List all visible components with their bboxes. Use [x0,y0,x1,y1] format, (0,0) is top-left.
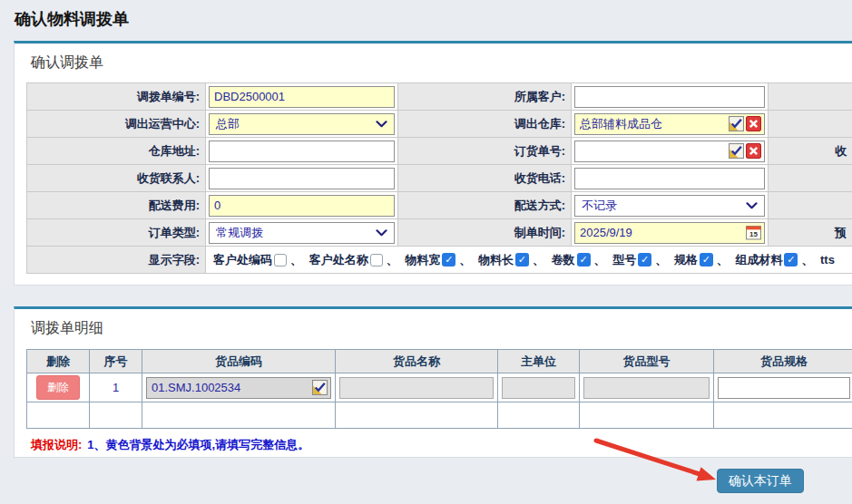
checkbox-composition[interactable] [784,253,798,267]
form-row: 订单类型: 常规调拨 制单时间: 15 [27,219,852,247]
detail-header-row: 删除 序号 货品编码 货品名称 主单位 货品型号 货品规格 [27,350,852,373]
order-detail-panel: 调拨单明细 删除 序号 货品编码 货品名称 主单位 货品型号 货品规格 删除 1 [14,306,852,458]
order-no-input-box [574,141,765,162]
receiver-contact-label: 收货联系人: [27,165,206,192]
display-fields-row: 显示字段: 客户处编码、 客户处名称、 物料宽、 物料长、 卷数、 型号、 规格… [27,247,852,274]
out-center-value: 总部 [212,116,240,132]
fill-note: 填报说明:1、黄色背景处为必填项,请填写完整信息。 [31,437,852,453]
doc-date-input[interactable] [578,224,744,242]
delivery-fee-label: 配送费用: [27,192,206,219]
checkbox-item: 型号、 [612,253,671,267]
order-type-value: 常规调拨 [212,225,263,241]
chevron-down-icon [746,202,758,209]
main-unit-disabled-input [502,377,575,399]
detail-table: 删除 序号 货品编码 货品名称 主单位 货品型号 货品规格 删除 1 [26,349,852,429]
chevron-down-icon [376,229,387,237]
item-spec-box [718,377,850,399]
confirm-order-button[interactable]: 确认本订单 [717,469,804,493]
detail-row: 删除 1 [27,373,852,402]
checkbox-item: 物料宽、 [405,253,475,267]
warehouse-address-input[interactable] [212,142,391,160]
note-text: 1、黄色背景处为必填项,请填写完整信息。 [87,438,309,451]
delivery-method-select[interactable]: 不记录 [574,195,765,217]
col-item-code: 货品编码 [142,350,336,373]
item-name-disabled-input [339,377,494,399]
clear-icon[interactable] [746,116,761,131]
form-row: 配送费用: 配送方式: 不记录 [27,192,852,219]
delivery-method-value: 不记录 [578,198,617,214]
transfer-no-label: 调拨单编号: [27,83,206,111]
section-title-detail: 调拨单明细 [31,318,852,338]
lookup-icon[interactable] [312,380,328,395]
delivery-fee-input-box [209,195,395,217]
order-no-input[interactable] [578,142,727,160]
confirm-order-panel: 确认调拨单 调拨单编号: 所属客户: [14,41,852,286]
out-center-label: 调出运营中心: [27,111,206,138]
col-item-model: 货品型号 [580,350,714,373]
out-warehouse-input-box [574,113,765,135]
col-main-unit: 主单位 [498,350,580,373]
form-row: 收货联系人: 收货电话: [27,165,852,192]
col-seq: 序号 [90,350,142,373]
warehouse-address-input-box [209,141,395,162]
edge-label-partial: 预 [769,219,852,247]
checkbox-customer-code[interactable] [274,254,287,267]
out-warehouse-input[interactable] [578,115,727,133]
checkbox-material-width[interactable] [442,253,455,267]
delete-row-button[interactable]: 删除 [36,375,80,400]
row-seq: 1 [90,373,142,402]
col-item-name: 货品名称 [336,350,498,373]
checkbox-item: 客户处编码、 [213,253,306,267]
display-fields-checkboxes: 客户处编码、 客户处名称、 物料宽、 物料长、 卷数、 型号、 规格、 组成材料… [206,247,852,274]
delivery-fee-input[interactable] [212,197,391,215]
customer-input[interactable] [578,88,761,106]
doc-date-label: 制单时间: [398,219,572,247]
calendar-icon[interactable]: 15 [746,225,761,240]
delivery-method-label: 配送方式: [398,192,572,219]
checkbox-roll-count[interactable] [577,253,591,267]
edge-label [769,83,852,111]
order-type-label: 订单类型: [27,219,206,247]
customer-input-box [574,86,765,108]
receiver-phone-input-box [574,168,765,189]
receiver-contact-input[interactable] [212,170,391,188]
edge-label [769,111,852,138]
edge-label-partial: 收 [769,138,852,165]
receiver-phone-input[interactable] [578,170,761,188]
item-spec-input[interactable] [721,379,847,397]
item-code-input[interactable] [150,379,310,397]
doc-date-input-box: 15 [574,222,765,244]
receiver-contact-input-box [209,168,395,189]
form-row: 调拨单编号: 所属客户: [27,83,852,111]
item-code-box [146,377,331,399]
form-row: 仓库地址: 订货单号: [27,138,852,165]
checkbox-material-length[interactable] [515,253,529,267]
out-warehouse-label: 调出仓库: [398,111,572,138]
checkbox-item: 组成材料、 [735,253,817,267]
detail-empty-row [27,402,852,429]
note-label: 填报说明: [31,438,82,451]
checkbox-customer-name[interactable] [370,254,383,267]
order-type-select[interactable]: 常规调拨 [209,222,395,244]
receiver-phone-label: 收货电话: [398,165,572,192]
checkbox-item: 物料长、 [478,253,548,267]
page-title: 确认物料调拨单 [15,8,129,30]
lookup-icon[interactable] [729,116,744,131]
col-item-spec: 货品规格 [714,350,852,373]
out-center-select[interactable]: 总部 [209,113,395,135]
order-no-label: 订货单号: [398,138,572,165]
display-fields-trailing-text: tts [820,253,835,267]
warehouse-address-label: 仓库地址: [27,138,206,165]
form-row: 调出运营中心: 总部 调出仓库: [27,111,852,138]
customer-label: 所属客户: [398,83,572,111]
transfer-no-input-box [209,86,395,108]
transfer-no-input[interactable] [212,88,391,106]
lookup-icon[interactable] [729,143,744,159]
order-form-table: 调拨单编号: 所属客户: 调出运营中心: [26,82,852,274]
checkbox-model[interactable] [638,253,651,267]
checkbox-item: 客户处名称、 [309,253,402,267]
clear-icon[interactable] [746,143,761,159]
checkbox-spec[interactable] [700,253,713,267]
col-delete: 删除 [27,350,90,373]
item-model-disabled-input [583,377,710,399]
